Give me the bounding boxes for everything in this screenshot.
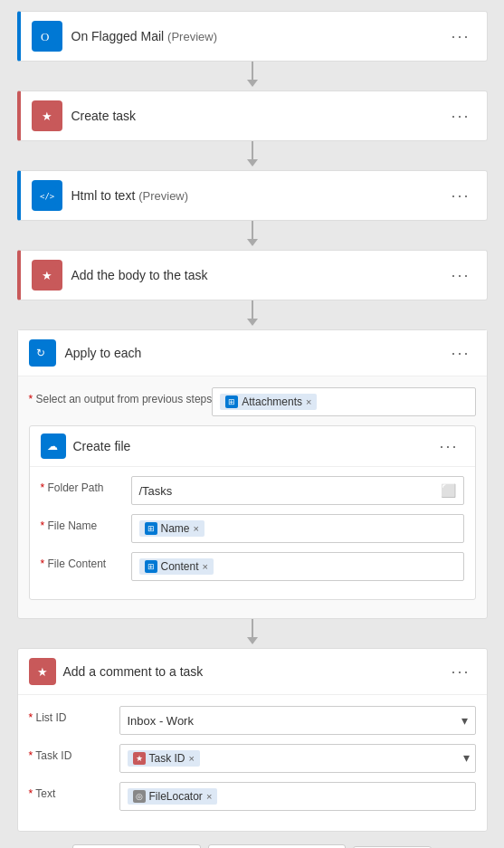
svg-text:☁: ☁	[47, 440, 58, 453]
attachments-token-close[interactable]: ×	[306, 396, 311, 407]
onedrive-icon: ☁	[41, 434, 66, 459]
add-comment-block: ★ Add a comment to a task ··· * List ID …	[17, 648, 488, 832]
svg-text:O: O	[41, 30, 49, 43]
step-menu-add-body[interactable]: ···	[445, 264, 475, 287]
content-token-close[interactable]: ×	[203, 561, 208, 572]
list-id-label: * List ID	[29, 706, 119, 724]
apply-each-menu[interactable]: ···	[445, 342, 475, 365]
task-id-token-close[interactable]: ×	[189, 753, 195, 764]
svg-text:</>: </>	[40, 192, 55, 201]
step-html-to-text[interactable]: </> Html to text (Preview) ···	[17, 170, 488, 221]
file-name-label: * File Name	[41, 514, 131, 532]
name-token-icon: ⊞	[145, 522, 157, 535]
list-id-dropdown[interactable]: Inbox - Work ▾	[119, 706, 476, 735]
code-icon: </>	[32, 180, 62, 211]
step-title-html-to-text: Html to text (Preview)	[71, 188, 446, 203]
folder-path-value[interactable]: /Tasks ⬜	[131, 476, 464, 505]
name-token: ⊞ Name ×	[139, 520, 204, 537]
filelocator-token: ◎ FileLocator ×	[128, 788, 218, 805]
list-id-row: * List ID Inbox - Work ▾	[29, 706, 476, 735]
svg-text:★: ★	[42, 269, 52, 282]
file-name-row: * File Name ⊞ Name ×	[41, 514, 464, 543]
task-id-token: ★ Task ID ×	[128, 750, 200, 767]
file-name-value[interactable]: ⊞ Name ×	[131, 514, 464, 543]
create-file-menu[interactable]: ···	[433, 435, 463, 458]
step-on-flagged-mail[interactable]: O On Flagged Mail (Preview) ···	[17, 11, 488, 62]
output-value-box[interactable]: ⊞ Attachments ×	[212, 387, 475, 416]
text-row: * Text ◎ FileLocator ×	[29, 782, 476, 811]
attachments-token: ⊞ Attachments ×	[220, 394, 317, 410]
add-condition-button[interactable]: ⊕ Add a condition	[208, 844, 346, 848]
comment-header[interactable]: ★ Add a comment to a task ···	[18, 649, 487, 695]
apply-each-body: * Select an output from previous steps ⊞…	[18, 376, 487, 618]
output-selector-row: * Select an output from previous steps ⊞…	[29, 387, 476, 416]
task-id-label: * Task ID	[29, 744, 119, 762]
step-create-task[interactable]: ★ Create task ···	[17, 91, 488, 141]
wunderlist-icon-1: ★	[32, 100, 62, 131]
folder-path-row: * Folder Path /Tasks ⬜	[41, 476, 464, 505]
apply-each-title: Apply to each	[65, 346, 446, 360]
svg-text:★: ★	[42, 110, 52, 123]
outlook-icon: O	[32, 21, 62, 52]
create-file-header[interactable]: ☁ Create file ···	[30, 426, 475, 467]
list-id-chevron: ▾	[461, 713, 468, 728]
apply-each-icon: ↻	[29, 339, 56, 367]
file-content-label: * File Content	[41, 552, 131, 570]
task-id-chevron: ▾	[463, 750, 470, 765]
filelocator-token-close[interactable]: ×	[206, 791, 212, 802]
create-file-block: ☁ Create file ··· * Folder Path /Tasks	[29, 425, 476, 600]
content-token: ⊞ Content ×	[139, 558, 214, 575]
content-token-icon: ⊞	[145, 560, 157, 573]
flow-container: O On Flagged Mail (Preview) ··· ★ Create…	[0, 0, 504, 848]
attachments-token-icon: ⊞	[225, 395, 238, 408]
create-file-body: * Folder Path /Tasks ⬜ * File Name	[30, 467, 475, 599]
svg-text:★: ★	[37, 665, 48, 679]
file-content-value[interactable]: ⊞ Content ×	[131, 552, 464, 581]
action-buttons-row: ⟳ Add an action ⊕ Add a condition ··· Mo…	[17, 832, 488, 848]
step-menu-on-flagged-mail[interactable]: ···	[445, 25, 475, 48]
step-title-on-flagged-mail: On Flagged Mail (Preview)	[71, 29, 446, 43]
step-add-body[interactable]: ★ Add the body to the task ···	[17, 250, 488, 300]
comment-menu[interactable]: ···	[445, 661, 475, 683]
apply-each-container: ↻ Apply to each ··· * Select an output f…	[17, 329, 488, 619]
arrow-3	[247, 221, 258, 250]
wunderlist-icon-3: ★	[29, 658, 56, 685]
wunderlist-icon-2: ★	[32, 260, 62, 291]
folder-browse-icon[interactable]: ⬜	[441, 483, 456, 498]
svg-text:↻: ↻	[36, 347, 45, 359]
task-id-token-icon: ★	[133, 752, 146, 765]
step-menu-html-to-text[interactable]: ···	[445, 185, 475, 207]
task-id-value[interactable]: ★ Task ID × ▾	[119, 744, 476, 773]
create-file-title: Create file	[73, 439, 434, 453]
step-title-create-task: Create task	[71, 109, 446, 123]
text-label: * Text	[29, 782, 119, 800]
name-token-close[interactable]: ×	[194, 523, 199, 534]
arrow-2	[247, 141, 258, 170]
text-value[interactable]: ◎ FileLocator ×	[119, 782, 476, 811]
file-content-row: * File Content ⊞ Content ×	[41, 552, 464, 581]
folder-path-label: * Folder Path	[41, 476, 131, 494]
apply-each-header[interactable]: ↻ Apply to each ···	[18, 330, 487, 376]
step-title-add-body: Add the body to the task	[71, 268, 446, 282]
arrow-4	[247, 300, 258, 329]
output-label: * Select an output from previous steps	[29, 387, 213, 405]
add-action-button[interactable]: ⟳ Add an action	[72, 844, 201, 848]
step-menu-create-task[interactable]: ···	[445, 105, 475, 128]
comment-title: Add a comment to a task	[63, 664, 446, 679]
filelocator-token-icon: ◎	[133, 790, 146, 803]
comment-body: * List ID Inbox - Work ▾ * Task ID ★ Tas…	[18, 695, 487, 831]
arrow-5	[247, 619, 258, 648]
arrow-1	[247, 62, 258, 91]
task-id-row: * Task ID ★ Task ID × ▾	[29, 744, 476, 773]
